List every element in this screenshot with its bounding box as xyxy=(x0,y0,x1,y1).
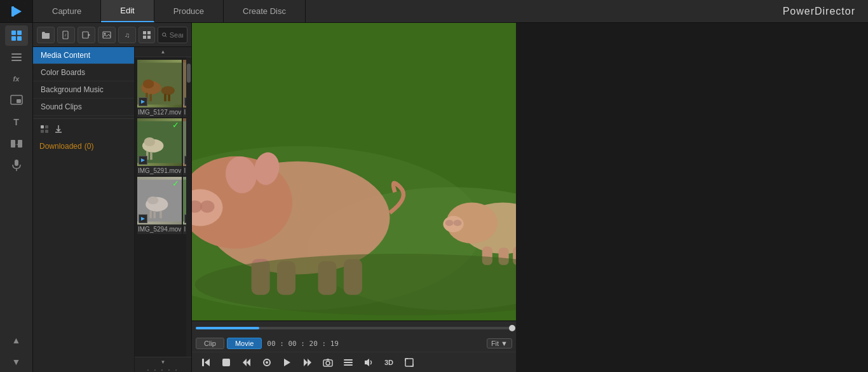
scroll-up-btn[interactable]: ▲ xyxy=(135,47,191,57)
svg-rect-27 xyxy=(147,36,151,39)
fast-forward-button[interactable] xyxy=(300,355,315,370)
time-slider[interactable] xyxy=(196,327,512,329)
sidebar-media-icon[interactable] xyxy=(5,25,28,46)
svg-rect-6 xyxy=(17,36,22,41)
download-icon-2 xyxy=(53,124,64,134)
check-mark-4: ✓ xyxy=(172,120,179,130)
sidebar-down-icon[interactable]: ▼ xyxy=(5,352,28,372)
goto-start-button[interactable] xyxy=(198,355,214,370)
grid-view-button[interactable] xyxy=(139,27,155,43)
svg-rect-5 xyxy=(11,36,16,41)
folder-button[interactable] xyxy=(37,27,55,43)
media-item-img5295[interactable]: ✓ IMG_5295.mov xyxy=(183,177,186,234)
tab-edit[interactable]: Edit xyxy=(101,0,154,22)
media-item-img5292[interactable]: ✓ IMG_5292.mov xyxy=(183,118,186,176)
corner-mark-1 xyxy=(139,97,147,106)
svg-rect-3 xyxy=(11,31,16,35)
media-item-img5294[interactable]: ✓ IMG_5294.mov xyxy=(137,177,182,234)
svg-rect-4 xyxy=(17,31,22,35)
search-input[interactable] xyxy=(170,31,183,39)
media-item-img5128[interactable]: IMG_5128.mov xyxy=(183,60,186,117)
svg-rect-19 xyxy=(83,32,88,38)
svg-point-109 xyxy=(200,200,215,212)
tab-capture[interactable]: Capture xyxy=(33,0,101,22)
3d-button[interactable]: 3D xyxy=(381,355,397,370)
media-grid-row1: IMG_5127.mov xyxy=(137,60,184,117)
right-panel: Clip Movie 00 : 00 : 20 : 19 Fit ▼ xyxy=(192,23,516,372)
resize-handle[interactable]: • • • • • xyxy=(135,367,191,372)
sidebar-mic-icon[interactable] xyxy=(5,155,28,176)
media-item-img5291[interactable]: ✓ IMG_5291.mov xyxy=(137,118,182,176)
preview-video xyxy=(192,23,516,320)
search-box xyxy=(158,27,187,43)
corner-mark-2 xyxy=(184,97,186,106)
svg-rect-15 xyxy=(15,160,18,166)
svg-rect-33 xyxy=(45,130,48,133)
video-file-button[interactable] xyxy=(78,27,95,43)
expand-button[interactable] xyxy=(402,355,417,370)
svg-point-38 xyxy=(161,86,175,95)
volume-button[interactable] xyxy=(361,355,376,370)
audio-file-button[interactable]: ♫ xyxy=(118,27,136,43)
library-item-sound-clips[interactable]: Sound Clips xyxy=(33,99,134,116)
library-nav: Media Content Color Boards Background Mu… xyxy=(33,47,135,372)
left-sidebar: fx T ↔ ▲ ▼ xyxy=(0,23,33,372)
corner-mark-5 xyxy=(184,156,186,165)
play-button[interactable] xyxy=(280,355,295,370)
grid-scrollbar[interactable] xyxy=(186,57,191,357)
downloaded-section: Downloaded (0) xyxy=(33,139,134,156)
svg-rect-88 xyxy=(149,210,152,218)
clip-button[interactable]: Clip xyxy=(196,338,224,349)
movie-button[interactable]: Movie xyxy=(227,338,262,349)
media-item-img5127[interactable]: IMG_5127.mov xyxy=(137,60,182,117)
svg-point-87 xyxy=(147,196,159,204)
media-label-8: IMG_5295.mov xyxy=(183,224,186,234)
tab-create-disc[interactable]: Create Disc xyxy=(224,0,306,22)
svg-point-137 xyxy=(326,361,330,365)
check-mark-7: ✓ xyxy=(172,179,179,188)
scroll-down-btn[interactable]: ▼ xyxy=(135,357,191,367)
tab-produce[interactable]: Produce xyxy=(154,0,224,22)
svg-marker-129 xyxy=(243,359,247,366)
library-item-color-boards[interactable]: Color Boards xyxy=(33,64,134,81)
svg-marker-126 xyxy=(205,359,210,366)
sidebar-audio-icon[interactable] xyxy=(5,47,28,67)
stop-button[interactable] xyxy=(219,355,234,370)
corner-mark-7 xyxy=(139,214,147,223)
snapshot-button[interactable] xyxy=(320,355,336,370)
svg-rect-31 xyxy=(45,125,48,128)
svg-rect-2 xyxy=(11,6,14,17)
media-label-1: IMG_5127.mov xyxy=(137,107,182,117)
svg-point-65 xyxy=(144,137,156,146)
time-handle[interactable] xyxy=(509,325,515,331)
svg-rect-138 xyxy=(344,359,353,361)
svg-text:♪: ♪ xyxy=(64,32,67,37)
fit-select[interactable]: Fit ▼ xyxy=(487,338,512,348)
image-file-button[interactable] xyxy=(98,27,116,43)
sidebar-title-icon[interactable]: T xyxy=(5,112,28,132)
timecode: 00 : 00 : 20 : 19 xyxy=(267,340,339,348)
sidebar-up-icon[interactable]: ▲ xyxy=(5,330,28,350)
svg-rect-9 xyxy=(11,60,22,61)
library-item-media-content[interactable]: Media Content xyxy=(33,47,134,64)
sidebar-pip-icon[interactable] xyxy=(5,90,28,111)
menu-button[interactable] xyxy=(341,355,356,370)
search-icon xyxy=(162,31,167,39)
library-panel: ♪ ♫ xyxy=(33,23,191,372)
svg-rect-67 xyxy=(150,152,153,160)
svg-rect-7 xyxy=(11,53,22,55)
svg-point-119 xyxy=(445,220,454,226)
svg-rect-142 xyxy=(405,359,413,366)
music-file-button[interactable]: ♪ xyxy=(57,27,75,43)
record-button[interactable] xyxy=(259,355,275,370)
scrollbar-thumb[interactable] xyxy=(187,64,191,83)
playback-bar: 3D xyxy=(192,352,516,372)
svg-rect-25 xyxy=(147,31,151,34)
library-item-background-music[interactable]: Background Music xyxy=(33,81,134,99)
svg-text:♫: ♫ xyxy=(125,31,130,39)
sidebar-transition-icon[interactable]: ↔ xyxy=(5,134,28,154)
sidebar-fx-icon[interactable]: fx xyxy=(5,69,28,89)
svg-rect-30 xyxy=(41,125,44,128)
rewind-button[interactable] xyxy=(239,355,254,370)
clip-movie-bar: Clip Movie 00 : 00 : 20 : 19 Fit ▼ xyxy=(192,335,516,352)
